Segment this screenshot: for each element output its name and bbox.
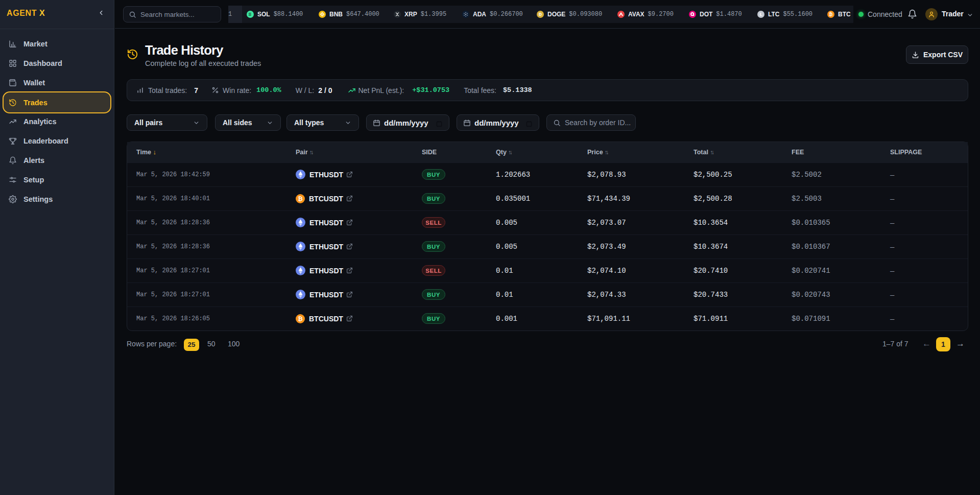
svg-text:₿: ₿ [298, 196, 302, 202]
svg-text:₿: ₿ [829, 12, 832, 17]
svg-text:Ł: Ł [759, 12, 762, 17]
svg-text:Đ: Đ [539, 12, 542, 17]
svg-text:₿: ₿ [298, 316, 302, 322]
